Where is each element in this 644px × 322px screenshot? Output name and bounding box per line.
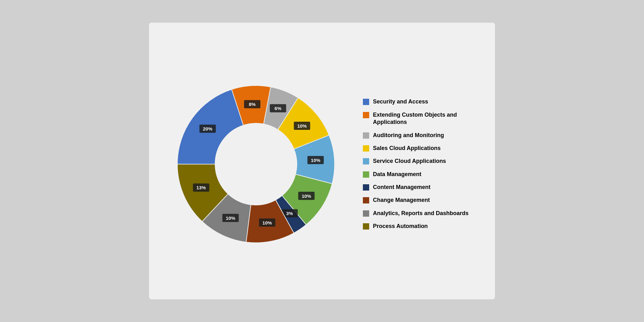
- legend-color-servicecloud: [363, 158, 369, 164]
- legend-label-analytics: Analytics, Reports and Dashboards: [373, 210, 469, 217]
- legend-label-datamanagement: Data Management: [373, 171, 421, 178]
- chart-legend: Security and AccessExtending Custom Obje…: [344, 98, 482, 230]
- legend-color-extending: [363, 112, 369, 118]
- legend-item-changemanagement: Change Management: [363, 197, 482, 204]
- legend-color-changemanagement: [363, 197, 369, 203]
- legend-color-contentmanagement: [363, 184, 369, 191]
- label-servicecloud: 10%: [311, 158, 320, 163]
- label-security: 20%: [203, 126, 212, 131]
- legend-item-extending: Extending Custom Objects and Application…: [363, 111, 482, 126]
- legend-item-datamanagement: Data Management: [363, 171, 482, 178]
- legend-color-auditmonitoring: [363, 132, 369, 139]
- legend-item-security: Security and Access: [363, 98, 482, 105]
- label-salescloud: 10%: [297, 123, 307, 129]
- legend-color-security: [363, 99, 369, 105]
- chart-body: 20%8%6%10%10%10%3%10%10%13% Security and…: [162, 42, 482, 287]
- legend-label-servicecloud: Service Cloud Applications: [373, 158, 446, 165]
- legend-color-analytics: [363, 210, 369, 217]
- label-extending: 8%: [249, 102, 256, 107]
- label-processauto: 13%: [197, 185, 206, 190]
- legend-item-auditmonitoring: Auditoring and Monitoring: [363, 132, 482, 139]
- legend-color-processauto: [363, 223, 369, 230]
- legend-item-contentmanagement: Content Management: [363, 184, 482, 191]
- legend-label-processauto: Process Automation: [373, 223, 428, 230]
- chart-container: 20%8%6%10%10%10%3%10%10%13% Security and…: [149, 23, 495, 299]
- legend-label-security: Security and Access: [373, 98, 428, 105]
- legend-label-extending: Extending Custom Objects and Application…: [373, 111, 482, 126]
- legend-item-salescloud: Sales Cloud Applications: [363, 145, 482, 152]
- legend-label-changemanagement: Change Management: [373, 197, 430, 204]
- legend-color-salescloud: [363, 145, 369, 152]
- legend-color-datamanagement: [363, 171, 369, 178]
- label-auditmonitoring: 6%: [275, 106, 281, 111]
- legend-label-salescloud: Sales Cloud Applications: [373, 145, 441, 152]
- legend-item-processauto: Process Automation: [363, 223, 482, 230]
- legend-item-analytics: Analytics, Reports and Dashboards: [363, 210, 482, 217]
- label-analytics: 10%: [226, 215, 235, 221]
- label-changemanagement: 10%: [263, 220, 272, 225]
- label-datamanagement: 10%: [302, 193, 311, 199]
- legend-label-auditmonitoring: Auditoring and Monitoring: [373, 132, 444, 139]
- legend-item-servicecloud: Service Cloud Applications: [363, 158, 482, 165]
- donut-chart: 20%8%6%10%10%10%3%10%10%13%: [168, 76, 344, 252]
- label-contentmanagement: 3%: [286, 211, 293, 216]
- legend-label-contentmanagement: Content Management: [373, 184, 430, 191]
